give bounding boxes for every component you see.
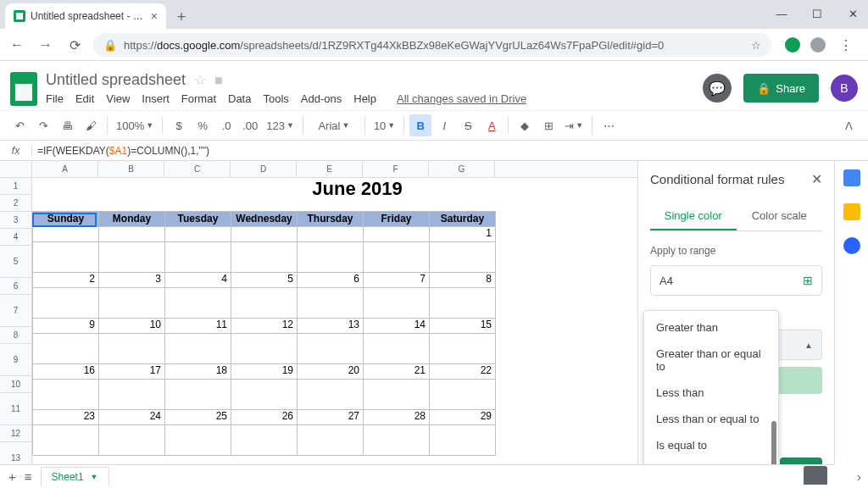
menu-data[interactable]: Data <box>228 92 251 105</box>
comments-button[interactable]: 💬 <box>703 74 732 103</box>
empty-cell[interactable] <box>99 333 165 363</box>
empty-cell[interactable] <box>33 333 99 363</box>
date-cell[interactable]: 6 <box>298 272 364 287</box>
add-sheet-button[interactable]: + <box>8 469 16 484</box>
more-formats-button[interactable]: 123▼ <box>263 114 298 136</box>
back-button[interactable]: ← <box>7 37 27 53</box>
star-icon[interactable]: ☆ <box>751 39 761 52</box>
empty-cell[interactable] <box>33 241 99 272</box>
tasks-addon-icon[interactable] <box>843 237 860 254</box>
empty-cell[interactable] <box>165 287 231 318</box>
redo-button[interactable]: ↷ <box>32 114 54 136</box>
format-option[interactable]: Greater than <box>644 314 778 341</box>
strikethrough-button[interactable]: S <box>457 114 479 136</box>
menu-scrollbar[interactable] <box>771 421 776 464</box>
date-cell[interactable]: 22 <box>430 363 496 379</box>
date-cell[interactable]: 17 <box>99 363 165 379</box>
row-header[interactable]: 10 <box>0 376 32 393</box>
account-avatar[interactable]: B <box>831 75 858 102</box>
day-header[interactable]: Tuesday <box>165 211 231 226</box>
row-header[interactable]: 3 <box>0 212 32 229</box>
empty-cell[interactable] <box>33 424 99 455</box>
italic-button[interactable]: I <box>433 114 455 136</box>
format-option[interactable]: Greater than or equal to <box>644 341 778 380</box>
empty-cell[interactable] <box>231 241 298 272</box>
menu-help[interactable]: Help <box>353 92 376 105</box>
sheet-tab[interactable]: Sheet1 ▼ <box>41 467 109 486</box>
row-header[interactable]: 4 <box>0 229 32 246</box>
address-bar[interactable]: 🔒 https://docs.google.com/spreadsheets/d… <box>93 33 771 57</box>
date-cell[interactable] <box>364 226 430 241</box>
star-icon[interactable]: ☆ <box>194 72 206 88</box>
date-cell[interactable]: 21 <box>364 363 430 379</box>
select-all-cell[interactable] <box>0 161 32 177</box>
all-sheets-button[interactable]: ≡ <box>25 469 32 484</box>
document-title[interactable]: Untitled spreadsheet <box>46 71 186 89</box>
empty-cell[interactable] <box>364 379 430 409</box>
borders-button[interactable]: ⊞ <box>537 114 559 136</box>
date-cell[interactable]: 28 <box>364 409 430 424</box>
date-cell[interactable] <box>231 226 298 241</box>
row-header[interactable]: 7 <box>0 295 32 327</box>
date-cell[interactable]: 19 <box>231 363 298 379</box>
calendar-addon-icon[interactable] <box>843 169 860 186</box>
column-header[interactable]: F <box>363 161 429 177</box>
date-cell[interactable]: 10 <box>99 318 165 333</box>
empty-cell[interactable] <box>298 241 364 272</box>
print-button[interactable]: 🖶 <box>56 114 78 136</box>
column-header[interactable]: A <box>32 161 98 177</box>
date-cell[interactable]: 7 <box>364 272 430 287</box>
undo-button[interactable]: ↶ <box>8 114 31 136</box>
row-header[interactable]: 12 <box>0 425 32 442</box>
empty-cell[interactable] <box>430 287 496 318</box>
sheet-menu-icon[interactable]: ▼ <box>91 473 98 481</box>
more-button[interactable]: ⋯ <box>598 114 620 136</box>
show-side-panel-button[interactable]: › <box>857 469 861 484</box>
column-header[interactable]: E <box>297 161 363 177</box>
close-icon[interactable]: × <box>151 9 158 23</box>
decrease-decimal-button[interactable]: .0 <box>215 114 237 136</box>
share-button[interactable]: 🔒 Share <box>743 74 819 103</box>
date-cell[interactable]: 4 <box>165 272 231 287</box>
tab-single-color[interactable]: Single color <box>650 202 737 230</box>
date-cell[interactable]: 15 <box>430 318 496 333</box>
date-cell[interactable]: 18 <box>165 363 231 379</box>
empty-cell[interactable] <box>364 333 430 363</box>
format-option[interactable]: Less than <box>644 380 778 406</box>
row-header[interactable]: 13 <box>0 442 32 464</box>
date-cell[interactable]: 23 <box>33 409 99 424</box>
collapse-toolbar-button[interactable]: ᐱ <box>837 114 860 136</box>
fill-color-button[interactable]: ◆ <box>514 114 536 136</box>
empty-cell[interactable] <box>165 241 231 272</box>
empty-cell[interactable] <box>298 287 364 318</box>
date-cell[interactable] <box>33 226 99 241</box>
date-cell[interactable]: 2 <box>33 272 99 287</box>
forward-button[interactable]: → <box>36 37 56 53</box>
menu-format[interactable]: Format <box>181 92 216 105</box>
row-header[interactable]: 8 <box>0 327 32 344</box>
explore-button[interactable] <box>804 466 827 485</box>
empty-cell[interactable] <box>99 379 165 409</box>
format-option[interactable]: Is not equal to <box>644 458 778 464</box>
date-cell[interactable]: 9 <box>33 318 99 333</box>
merge-button[interactable]: ⇥▼ <box>561 114 587 136</box>
day-header[interactable]: Sunday <box>33 211 99 226</box>
date-cell[interactable]: 20 <box>298 363 364 379</box>
row-header[interactable]: 9 <box>0 344 32 376</box>
date-cell[interactable]: 3 <box>99 272 165 287</box>
font-select[interactable]: Arial▼ <box>309 114 359 136</box>
empty-cell[interactable] <box>231 379 298 409</box>
day-header[interactable]: Wednesday <box>231 211 298 226</box>
day-header[interactable]: Saturday <box>430 211 496 226</box>
empty-cell[interactable] <box>364 424 430 455</box>
empty-cell[interactable] <box>165 424 231 455</box>
day-header[interactable]: Monday <box>99 211 165 226</box>
close-window-button[interactable]: ✕ <box>841 3 865 24</box>
date-cell[interactable]: 1 <box>430 226 496 241</box>
row-header[interactable]: 1 <box>0 178 32 195</box>
empty-cell[interactable] <box>298 379 364 409</box>
empty-cell[interactable] <box>33 287 99 318</box>
paint-format-button[interactable]: 🖌 <box>80 114 102 136</box>
format-option[interactable]: Is equal to <box>644 432 778 458</box>
date-cell[interactable]: 11 <box>165 318 231 333</box>
